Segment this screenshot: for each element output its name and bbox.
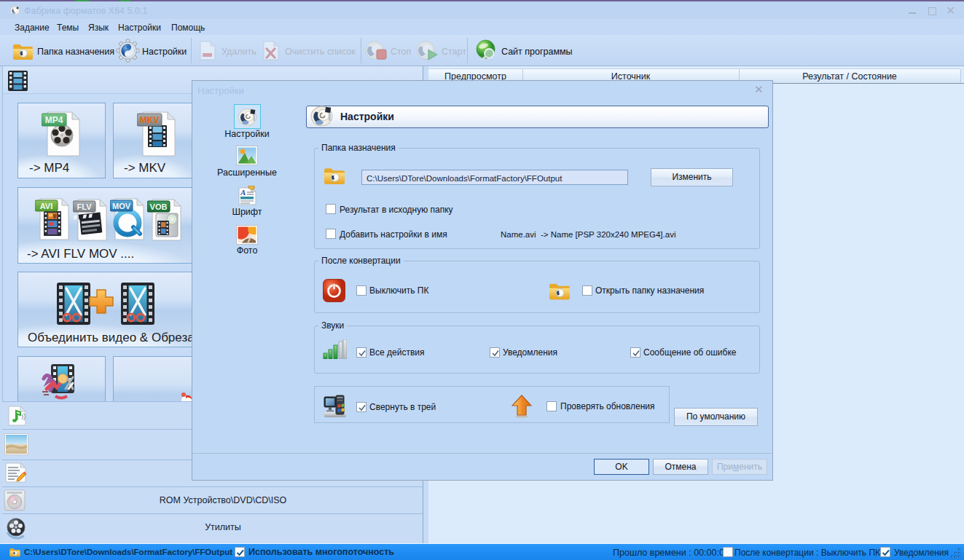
svg-text:A: A [240,188,246,197]
svg-text:MOV: MOV [112,202,131,210]
svg-text:AVI: AVI [40,202,53,210]
svg-text:FLV: FLV [77,202,93,211]
svg-text:VOB: VOB [150,202,168,211]
svg-text:MP4: MP4 [45,115,63,125]
svg-text:MKV: MKV [140,115,160,125]
